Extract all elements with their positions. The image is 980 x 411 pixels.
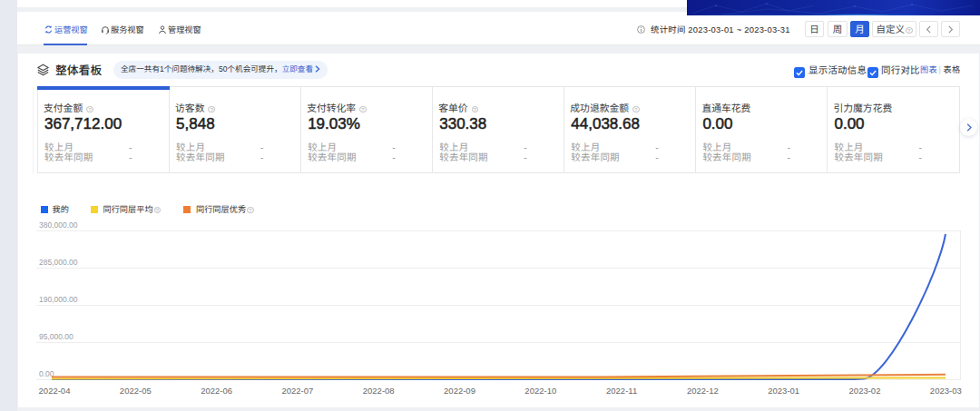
svg-text:2023-02: 2023-02 [849, 386, 881, 396]
svg-text:2022-05: 2022-05 [120, 386, 152, 396]
svg-text:2023-01: 2023-01 [768, 386, 799, 396]
svg-text:285,000.00: 285,000.00 [39, 258, 78, 267]
svg-text:2022-11: 2022-11 [606, 386, 637, 396]
svg-text:2023-03: 2023-03 [930, 386, 962, 396]
svg-text:2022-06: 2022-06 [201, 386, 232, 396]
svg-text:2022-12: 2022-12 [687, 386, 719, 396]
svg-text:2022-04: 2022-04 [39, 386, 71, 396]
svg-text:380,000.00: 380,000.00 [39, 220, 78, 230]
svg-text:2022-07: 2022-07 [281, 386, 313, 396]
svg-text:2022-09: 2022-09 [444, 386, 475, 396]
svg-text:2022-10: 2022-10 [524, 386, 556, 396]
svg-text:2022-08: 2022-08 [363, 386, 395, 396]
svg-text:95,000.00: 95,000.00 [39, 332, 74, 341]
svg-text:190,000.00: 190,000.00 [39, 295, 78, 304]
